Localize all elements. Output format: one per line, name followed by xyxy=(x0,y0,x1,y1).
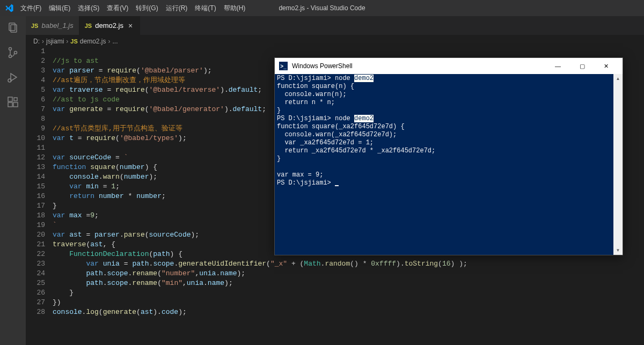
svg-rect-7 xyxy=(8,102,12,107)
close-button[interactable]: ✕ xyxy=(594,58,618,74)
breadcrumb-segment[interactable]: jsjiami xyxy=(46,38,64,45)
powershell-window[interactable]: >_ Windows PowerShell — ▢ ✕ PS D:\jsjiam… xyxy=(274,57,623,255)
vscode-logo-icon xyxy=(4,3,14,13)
maximize-button[interactable]: ▢ xyxy=(570,58,594,74)
line-number-gutter: 1234567891011121314151617181920212223242… xyxy=(26,47,53,345)
svg-point-2 xyxy=(9,48,12,50)
source-control-icon[interactable] xyxy=(6,46,19,59)
extensions-icon[interactable] xyxy=(6,96,19,108)
titlebar: 文件(F) 编辑(E) 选择(S) 查看(V) 转到(G) 运行(R) 终端(T… xyxy=(0,0,644,16)
scroll-down-icon[interactable]: ▼ xyxy=(613,246,623,255)
run-debug-icon[interactable] xyxy=(6,71,19,84)
tab-label: babel_1.js xyxy=(41,21,73,30)
menu-select[interactable]: 选择(S) xyxy=(78,4,99,13)
menu-help[interactable]: 帮助(H) xyxy=(224,4,246,13)
menu-goto[interactable]: 转到(G) xyxy=(136,4,158,13)
scroll-up-icon[interactable]: ▲ xyxy=(613,74,623,83)
breadcrumb-segment[interactable]: demo2.js xyxy=(80,38,106,45)
chevron-right-icon: › xyxy=(108,38,111,45)
menu-run[interactable]: 运行(R) xyxy=(166,4,188,13)
tab-label: demo2.js xyxy=(95,21,123,30)
menu-edit[interactable]: 编辑(E) xyxy=(49,4,70,13)
svg-rect-0 xyxy=(9,23,15,31)
svg-point-3 xyxy=(9,55,12,58)
menu-terminal[interactable]: 终端(T) xyxy=(195,4,216,13)
close-icon[interactable]: × xyxy=(127,21,134,30)
svg-point-4 xyxy=(14,52,17,54)
chevron-right-icon: › xyxy=(66,38,68,45)
scrollbar-track[interactable] xyxy=(613,83,623,246)
powershell-title: Windows PowerShell xyxy=(292,62,353,70)
menu-file[interactable]: 文件(F) xyxy=(20,4,41,13)
powershell-icon: >_ xyxy=(279,62,288,70)
powershell-titlebar[interactable]: >_ Windows PowerShell — ▢ ✕ xyxy=(275,58,623,74)
tab-demo2[interactable]: JS demo2.js × xyxy=(79,16,140,35)
js-file-icon: JS xyxy=(85,23,92,29)
breadcrumb-segment[interactable]: ... xyxy=(113,38,118,45)
tab-babel1[interactable]: JS babel_1.js xyxy=(26,16,79,35)
menu-bar: 文件(F) 编辑(E) 选择(S) 查看(V) 转到(G) 运行(R) 终端(T… xyxy=(20,4,245,13)
breadcrumb[interactable]: D: › jsjiami › JS demo2.js › ... xyxy=(26,35,644,47)
scrollbar[interactable]: ▲ ▼ xyxy=(613,74,623,255)
js-file-icon: JS xyxy=(31,23,38,29)
svg-rect-9 xyxy=(14,98,17,101)
explorer-icon[interactable] xyxy=(6,21,19,34)
svg-rect-1 xyxy=(11,25,17,32)
activity-bar xyxy=(0,16,26,345)
js-file-icon: JS xyxy=(70,38,77,45)
menu-view[interactable]: 查看(V) xyxy=(107,4,128,13)
svg-rect-6 xyxy=(8,97,12,101)
chevron-right-icon: › xyxy=(42,38,44,45)
svg-rect-8 xyxy=(13,102,18,107)
breadcrumb-segment[interactable]: D: xyxy=(33,38,40,45)
minimize-button[interactable]: — xyxy=(546,58,570,74)
tab-bar: JS babel_1.js JS demo2.js × xyxy=(26,16,644,35)
powershell-output[interactable]: PS D:\jsjiami> node demo2function square… xyxy=(275,74,623,255)
window-title: demo2.js - Visual Studio Code xyxy=(279,4,365,12)
